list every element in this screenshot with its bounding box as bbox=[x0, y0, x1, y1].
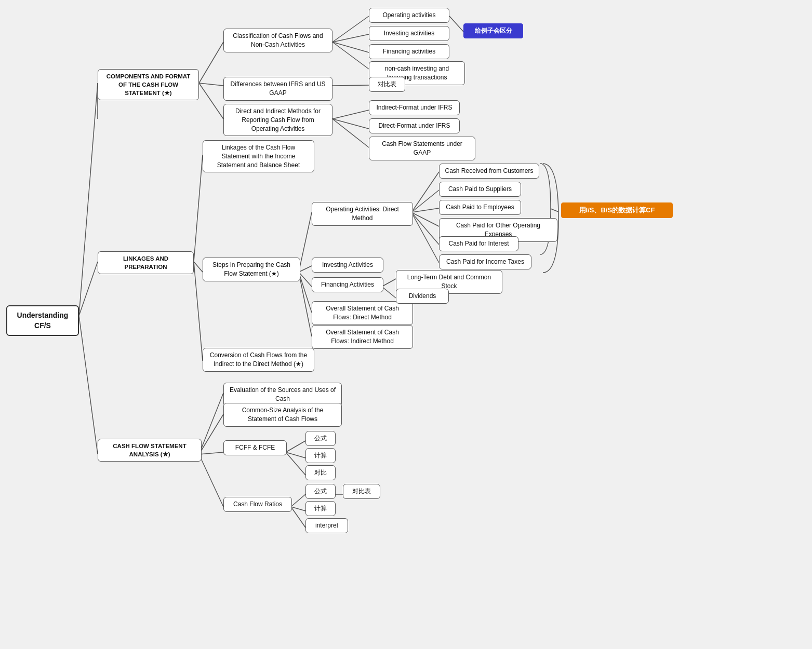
svg-line-11 bbox=[449, 16, 463, 32]
dividends-label: Dividends bbox=[396, 289, 449, 304]
svg-line-21 bbox=[299, 272, 312, 287]
direct-indirect-label: Direct and Indirect Methods for Reportin… bbox=[223, 104, 332, 136]
operating-direct-node: Operating Activities: Direct Method bbox=[312, 202, 413, 226]
components-node: COMPONENTS AND FORMAT OF THE CASH FLOW S… bbox=[98, 69, 199, 100]
jisuan1-node: 计算 bbox=[305, 448, 336, 463]
svg-line-19 bbox=[299, 212, 312, 272]
svg-line-16 bbox=[194, 155, 203, 262]
cash-paid-interest-label: Cash Paid for Interest bbox=[439, 236, 518, 251]
gongshi1-label: 公式 bbox=[305, 431, 336, 446]
duibiao-node: 对比表 bbox=[369, 77, 405, 92]
svg-line-34 bbox=[199, 414, 223, 454]
svg-line-25 bbox=[411, 190, 439, 212]
cashflow-analysis-label: CASH FLOW STATEMENT ANALYSIS (★) bbox=[98, 439, 202, 462]
interpret-node: interpret bbox=[305, 518, 348, 533]
financing-activities-label: Financing Activities bbox=[312, 277, 383, 292]
cash-paid-suppliers-label: Cash Paid to Suppliers bbox=[439, 182, 521, 197]
direct-ifrs-node: Direct-Format under IFRS bbox=[369, 118, 460, 133]
overall-direct-label: Overall Statement of Cash Flows: Direct … bbox=[312, 301, 413, 325]
svg-line-0 bbox=[79, 83, 98, 316]
svg-line-35 bbox=[199, 452, 223, 454]
svg-line-18 bbox=[194, 262, 203, 361]
financing-activities-node: Financing Activities bbox=[312, 277, 383, 292]
is-bs-badge-node: 用I/S、B/S的数据计算CF bbox=[561, 202, 673, 218]
differences-label: Differences between IFRS and US GAAP bbox=[223, 77, 332, 101]
investing-act-node: Investing activities bbox=[369, 26, 449, 41]
cashflow-analysis-node: CASH FLOW STATEMENT ANALYSIS (★) bbox=[98, 439, 202, 462]
svg-line-36 bbox=[199, 454, 223, 507]
svg-line-22 bbox=[299, 272, 312, 313]
svg-line-43 bbox=[291, 507, 305, 528]
jisuan2-node: 计算 bbox=[305, 501, 336, 516]
svg-line-1 bbox=[79, 262, 98, 316]
svg-line-13 bbox=[332, 110, 369, 119]
interpret-label: interpret bbox=[305, 518, 348, 533]
svg-line-33 bbox=[199, 393, 223, 454]
gongshi2-label: 公式 bbox=[305, 484, 336, 499]
duibi1-node: 对比 bbox=[305, 465, 336, 480]
svg-line-5 bbox=[199, 83, 223, 86]
svg-line-29 bbox=[411, 212, 439, 263]
svg-line-31 bbox=[382, 279, 396, 287]
duibiao2-node: 对比表 bbox=[343, 484, 380, 499]
root-label: Understanding CF/S bbox=[6, 305, 79, 336]
classification-node: Classification of Cash Flows and Non-Cas… bbox=[223, 29, 332, 52]
cash-received-label: Cash Received from Customers bbox=[439, 164, 539, 179]
svg-line-10 bbox=[332, 42, 369, 69]
gaap-cf-label: Cash Flow Statements under GAAP bbox=[369, 137, 475, 160]
svg-line-6 bbox=[199, 83, 223, 119]
cash-paid-employees-node: Cash Paid to Employees bbox=[439, 200, 521, 215]
cash-paid-employees-label: Cash Paid to Employees bbox=[439, 200, 521, 215]
dividends-node: Dividends bbox=[396, 289, 449, 304]
duibiao-label: 对比表 bbox=[369, 77, 405, 92]
cash-received-node: Cash Received from Customers bbox=[439, 164, 539, 179]
cash-flow-ratios-label: Cash Flow Ratios bbox=[223, 497, 292, 512]
steps-node: Steps in Preparing the Cash Flow Stateme… bbox=[203, 258, 300, 281]
root-node: Understanding CF/S bbox=[6, 305, 79, 336]
investing-activities-node: Investing Activities bbox=[312, 258, 383, 273]
gongshi2-node: 公式 bbox=[305, 484, 336, 499]
svg-line-27 bbox=[411, 212, 439, 226]
common-size-label: Common-Size Analysis of the Statement of… bbox=[223, 403, 342, 427]
components-label: COMPONENTS AND FORMAT OF THE CASH FLOW S… bbox=[98, 69, 199, 100]
cash-paid-suppliers-node: Cash Paid to Suppliers bbox=[439, 182, 521, 197]
svg-line-2 bbox=[79, 316, 98, 454]
svg-line-38 bbox=[286, 452, 305, 458]
financing-act-label: Financing activities bbox=[369, 44, 449, 59]
indirect-ifrs-node: Indirect-Format under IFRS bbox=[369, 100, 460, 115]
svg-line-42 bbox=[291, 507, 305, 511]
cash-paid-taxes-label: Cash Paid for Income Taxes bbox=[439, 254, 531, 269]
operating-act-node: Operating activities bbox=[369, 8, 449, 23]
geli-badge-label: 给例子会区分 bbox=[463, 23, 523, 38]
gaap-cf-node: Cash Flow Statements under GAAP bbox=[369, 137, 475, 160]
svg-line-26 bbox=[411, 208, 439, 212]
is-bs-badge-label: 用I/S、B/S的数据计算CF bbox=[561, 202, 673, 218]
linkages-label: Linkages of the Cash Flow Statement with… bbox=[203, 140, 314, 172]
fcff-fcfe-node: FCFF & FCFE bbox=[223, 440, 287, 455]
svg-line-9 bbox=[332, 42, 369, 52]
overall-indirect-node: Overall Statement of Cash Flows: Indirec… bbox=[312, 325, 413, 349]
overall-direct-node: Overall Statement of Cash Flows: Direct … bbox=[312, 301, 413, 325]
svg-line-24 bbox=[411, 172, 439, 212]
steps-label: Steps in Preparing the Cash Flow Stateme… bbox=[203, 258, 300, 281]
direct-indirect-node: Direct and Indirect Methods for Reportin… bbox=[223, 104, 332, 136]
svg-line-4 bbox=[199, 42, 223, 83]
geli-badge-node: 给例子会区分 bbox=[463, 23, 523, 38]
fcff-fcfe-label: FCFF & FCFE bbox=[223, 440, 287, 455]
svg-line-14 bbox=[332, 119, 369, 129]
common-size-node: Common-Size Analysis of the Statement of… bbox=[223, 403, 342, 427]
svg-line-32 bbox=[382, 287, 396, 298]
svg-line-17 bbox=[194, 262, 203, 272]
jisuan2-label: 计算 bbox=[305, 501, 336, 516]
svg-line-23 bbox=[299, 272, 312, 336]
svg-line-15 bbox=[332, 119, 369, 147]
duibi1-label: 对比 bbox=[305, 465, 336, 480]
svg-line-20 bbox=[299, 266, 312, 272]
linkages-section-node: LINKAGES AND PREPARATION bbox=[98, 251, 194, 274]
investing-act-label: Investing activities bbox=[369, 26, 449, 41]
direct-ifrs-label: Direct-Format under IFRS bbox=[369, 118, 460, 133]
investing-activities-label: Investing Activities bbox=[312, 258, 383, 273]
classification-label: Classification of Cash Flows and Non-Cas… bbox=[223, 29, 332, 52]
bracket-svg bbox=[540, 161, 561, 275]
mindmap-container: Understanding CF/S COMPONENTS AND FORMAT… bbox=[0, 0, 812, 649]
